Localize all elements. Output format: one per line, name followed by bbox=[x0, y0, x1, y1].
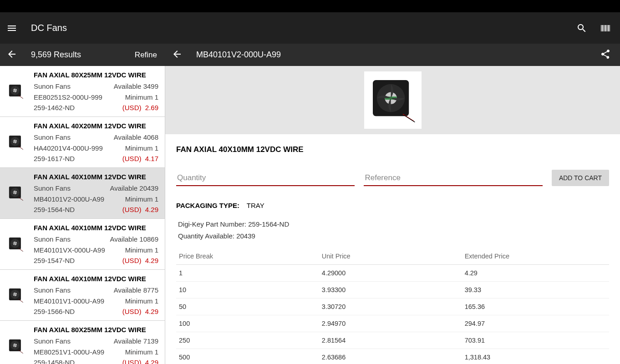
fan-thumb-icon bbox=[6, 337, 25, 356]
item-mfr: Sunon Fans bbox=[34, 183, 71, 193]
item-price: (USD) 4.29 bbox=[122, 306, 158, 317]
item-avail: Available 3499 bbox=[114, 81, 158, 91]
price-unit: 2.63686 bbox=[319, 349, 462, 364]
quantity-input[interactable] bbox=[176, 171, 355, 186]
item-title: FAN AXIAL 40X10MM 12VDC WIRE bbox=[34, 222, 158, 233]
price-qty: 100 bbox=[176, 315, 319, 332]
product-description: FAN AXIAL 40X10MM 12VDC WIRE bbox=[165, 134, 620, 157]
list-thumb bbox=[5, 121, 27, 164]
share-button[interactable] bbox=[600, 49, 614, 61]
price-qty: 250 bbox=[176, 332, 319, 349]
add-to-cart-button[interactable]: ADD TO CART bbox=[552, 170, 609, 186]
barcode-icon[interactable] bbox=[600, 23, 611, 34]
price-ext: 1,318.43 bbox=[462, 349, 609, 364]
item-title: FAN AXIAL 40X10MM 12VDC WIRE bbox=[34, 172, 158, 182]
results-bar: 9,569 Results Refine bbox=[0, 44, 165, 66]
item-mpn: HA40201V4-000U-999 bbox=[34, 143, 103, 153]
item-min: Minimum 1 bbox=[125, 143, 158, 153]
qty-available: Quantity Available: 20439 bbox=[178, 230, 607, 242]
price-qty: 10 bbox=[176, 282, 319, 298]
fan-thumb-icon bbox=[6, 184, 25, 203]
item-mpn: MB40101V2-000U-A99 bbox=[34, 194, 104, 204]
results-list[interactable]: FAN AXIAL 80X25MM 12VDC WIRESunon FansAv… bbox=[0, 66, 165, 364]
list-item[interactable]: FAN AXIAL 40X10MM 12VDC WIRESunon FansAv… bbox=[0, 219, 165, 270]
item-min: Minimum 1 bbox=[125, 194, 158, 204]
col-extended-price: Extended Price bbox=[462, 248, 609, 265]
price-ext: 39.33 bbox=[462, 282, 609, 298]
item-price: (USD) 4.29 bbox=[122, 204, 158, 215]
item-mfr: Sunon Fans bbox=[34, 336, 71, 346]
price-unit: 3.30720 bbox=[319, 298, 462, 315]
back-button-detail[interactable] bbox=[172, 49, 187, 61]
item-mfr: Sunon Fans bbox=[34, 285, 71, 295]
item-min: Minimum 1 bbox=[125, 347, 158, 357]
item-avail: Available 10869 bbox=[110, 234, 158, 244]
item-avail: Available 4068 bbox=[114, 132, 158, 142]
page-title: DC Fans bbox=[28, 23, 576, 33]
list-item[interactable]: FAN AXIAL 40X20MM 12VDC WIRESunon FansAv… bbox=[0, 117, 165, 168]
price-row: 1002.94970294.97 bbox=[176, 315, 609, 332]
price-unit: 2.81564 bbox=[319, 332, 462, 349]
list-item[interactable]: FAN AXIAL 80X25MM 12VDC WIRESunon FansAv… bbox=[0, 66, 165, 117]
col-price-break: Price Break bbox=[176, 248, 319, 265]
svg-line-29 bbox=[19, 350, 23, 354]
product-image bbox=[364, 71, 422, 129]
item-title: FAN AXIAL 80X25MM 12VDC WIRE bbox=[34, 70, 158, 80]
price-row: 103.9330039.33 bbox=[176, 282, 609, 298]
list-item[interactable]: FAN AXIAL 40X10MM 12VDC WIRESunon FansAv… bbox=[0, 168, 165, 219]
fan-thumb-icon bbox=[6, 82, 25, 101]
reference-input[interactable] bbox=[364, 171, 542, 186]
fan-image-icon bbox=[368, 75, 418, 125]
list-thumb bbox=[5, 172, 27, 215]
list-thumb bbox=[5, 273, 27, 317]
sub-header: 9,569 Results Refine MB40101V2-000U-A99 bbox=[0, 44, 620, 66]
refine-button[interactable]: Refine bbox=[135, 51, 159, 60]
item-avail: Available 7139 bbox=[114, 336, 158, 346]
item-mfr: Sunon Fans bbox=[34, 234, 71, 244]
detail-panel: FAN AXIAL 40X10MM 12VDC WIRE ADD TO CART… bbox=[165, 66, 620, 364]
menu-button[interactable] bbox=[6, 23, 28, 34]
list-thumb bbox=[5, 70, 27, 113]
price-row: 5002.636861,318.43 bbox=[176, 349, 609, 364]
item-dkpn: 259-1566-ND bbox=[34, 306, 75, 317]
item-mfr: Sunon Fans bbox=[34, 132, 71, 142]
list-thumb bbox=[5, 324, 27, 364]
svg-line-4 bbox=[19, 96, 23, 99]
list-item[interactable]: FAN AXIAL 80X25MM 12VDC WIRESunon FansAv… bbox=[0, 321, 165, 364]
svg-line-14 bbox=[19, 197, 23, 201]
item-mpn: EE80251S2-000U-999 bbox=[34, 92, 102, 102]
price-qty: 50 bbox=[176, 298, 319, 315]
price-unit: 3.93300 bbox=[319, 282, 462, 298]
fan-thumb-icon bbox=[6, 286, 25, 305]
svg-line-19 bbox=[19, 248, 23, 252]
item-dkpn: 259-1458-ND bbox=[34, 357, 75, 364]
price-row: 14.290004.29 bbox=[176, 265, 609, 282]
back-button-results[interactable] bbox=[6, 49, 22, 61]
search-icon[interactable] bbox=[576, 23, 587, 34]
price-ext: 165.36 bbox=[462, 298, 609, 315]
price-qty: 1 bbox=[176, 265, 319, 282]
app-bar: DC Fans bbox=[0, 12, 620, 44]
item-min: Minimum 1 bbox=[125, 245, 158, 255]
arrow-left-icon bbox=[6, 49, 17, 60]
fan-thumb-icon bbox=[6, 235, 25, 254]
svg-line-9 bbox=[19, 147, 23, 150]
results-count: 9,569 Results bbox=[22, 50, 135, 60]
detail-part-number: MB40101V2-000U-A99 bbox=[187, 50, 600, 60]
item-price: (USD) 4.29 bbox=[122, 357, 158, 364]
price-ext: 703.91 bbox=[462, 332, 609, 349]
item-mpn: ME40101VX-000U-A99 bbox=[34, 245, 105, 255]
fan-thumb-icon bbox=[6, 133, 25, 152]
item-avail: Available 20439 bbox=[110, 183, 158, 193]
hamburger-icon bbox=[6, 23, 17, 34]
svg-line-40 bbox=[404, 115, 415, 122]
item-min: Minimum 1 bbox=[125, 296, 158, 306]
list-item[interactable]: FAN AXIAL 40X10MM 12VDC WIRESunon FansAv… bbox=[0, 270, 165, 321]
dk-part-number: Digi-Key Part Number: 259-1564-ND bbox=[178, 218, 607, 230]
item-mpn: ME40101V1-000U-A99 bbox=[34, 296, 104, 306]
price-unit: 2.94970 bbox=[319, 315, 462, 332]
svg-line-24 bbox=[19, 299, 23, 303]
product-image-block bbox=[165, 66, 620, 134]
item-title: FAN AXIAL 40X20MM 12VDC WIRE bbox=[34, 121, 158, 131]
item-price: (USD) 4.17 bbox=[122, 153, 158, 164]
